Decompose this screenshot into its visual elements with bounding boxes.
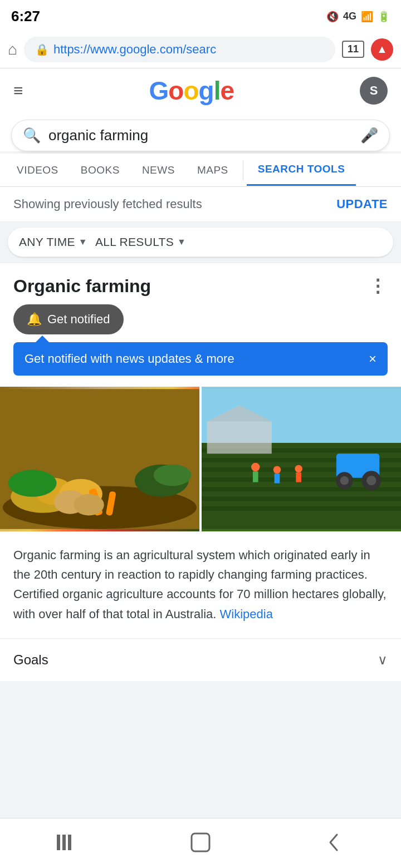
signal-icon: 📶 — [361, 11, 373, 23]
allresults-label: ALL RESULTS — [95, 235, 174, 249]
allresults-arrow: ▼ — [177, 237, 186, 247]
anytime-arrow: ▼ — [79, 237, 87, 247]
nav-home-button[interactable] — [184, 830, 217, 855]
status-icons: 🔇 4G 📶 🔋 — [326, 11, 390, 23]
avatar[interactable]: S — [360, 77, 388, 105]
wikipedia-link[interactable]: Wikipedia — [220, 607, 273, 621]
svg-rect-35 — [296, 472, 301, 482]
organic-vegetables-image[interactable] — [0, 387, 199, 531]
svg-point-13 — [74, 494, 104, 516]
anytime-label: ANY TIME — [19, 235, 75, 249]
microphone-icon[interactable]: 🎤 — [360, 127, 378, 144]
search-icon: 🔍 — [23, 127, 41, 144]
svg-rect-38 — [68, 835, 71, 850]
svg-rect-31 — [253, 471, 258, 482]
panel-title: Organic farming — [13, 276, 151, 297]
goals-row[interactable]: Goals ∨ — [0, 638, 401, 681]
tooltip-text: Get notified with news updates & more — [25, 352, 234, 366]
status-bar: 6:27 🔇 4G 📶 🔋 — [0, 0, 401, 31]
anytime-filter[interactable]: ANY TIME ▼ — [19, 235, 87, 249]
svg-rect-33 — [275, 474, 280, 483]
svg-rect-39 — [192, 834, 209, 851]
bottom-nav — [0, 818, 401, 868]
mute-icon: 🔇 — [326, 11, 339, 23]
svg-point-34 — [295, 465, 302, 473]
svg-point-32 — [273, 466, 281, 474]
svg-rect-23 — [207, 421, 272, 453]
svg-point-11 — [154, 465, 192, 486]
images-grid — [0, 387, 401, 531]
get-notified-button[interactable]: 🔔 Get notified — [13, 304, 124, 334]
hamburger-menu[interactable]: ≡ — [13, 82, 23, 99]
google-logo: Google — [149, 76, 234, 106]
svg-point-30 — [251, 463, 260, 471]
organic-farm-field-image[interactable] — [202, 387, 401, 531]
tab-count[interactable]: 11 — [342, 41, 364, 58]
filter-bar: ANY TIME ▼ ALL RESULTS ▼ — [8, 228, 393, 257]
tab-search-tools[interactable]: SEARCH TOOLS — [247, 154, 356, 186]
browser-notification-icon[interactable]: ▲ — [371, 38, 393, 61]
get-notified-label: Get notified — [47, 312, 110, 327]
tab-divider — [243, 160, 243, 180]
goals-label: Goals — [13, 652, 48, 668]
panel-more-icon[interactable]: ⋮ — [369, 275, 388, 297]
svg-rect-22 — [202, 506, 401, 511]
nav-back-button[interactable] — [317, 830, 351, 855]
google-header: ≡ Google S — [0, 68, 401, 113]
notification-tooltip: Get notified with news updates & more × — [13, 342, 388, 376]
battery-icon: 🔋 — [378, 11, 390, 23]
status-time: 6:27 — [11, 8, 40, 25]
search-tabs: VIDEOS BOOKS NEWS MAPS SEARCH TOOLS — [0, 154, 401, 187]
url-text: https://www.google.com/searc — [53, 42, 216, 57]
tab-videos[interactable]: VIDEOS — [6, 155, 70, 185]
browser-bar: ⌂ 🔒 https://www.google.com/searc 11 ▲ — [0, 31, 401, 68]
nav-menu-button[interactable] — [50, 830, 84, 855]
home-icon[interactable]: ⌂ — [8, 41, 17, 58]
description-box: Organic farming is an agricultural syste… — [0, 531, 401, 637]
search-query[interactable]: organic farming — [48, 127, 353, 144]
description-text: Organic farming is an agricultural syste… — [13, 545, 388, 624]
bell-icon: 🔔 — [27, 312, 42, 327]
search-container: 🔍 organic farming 🎤 — [0, 113, 401, 151]
network-icon: 4G — [343, 11, 356, 22]
tab-maps[interactable]: MAPS — [186, 155, 239, 185]
svg-point-29 — [366, 476, 376, 485]
svg-rect-21 — [202, 497, 401, 501]
knowledge-panel: Organic farming ⋮ 🔔 Get notified Get not… — [0, 263, 401, 681]
goals-chevron-icon: ∨ — [378, 652, 388, 668]
update-message: Showing previously fetched results — [13, 197, 202, 211]
tab-news[interactable]: NEWS — [131, 155, 186, 185]
lock-icon: 🔒 — [35, 43, 49, 56]
svg-point-9 — [8, 470, 57, 496]
search-box[interactable]: 🔍 organic farming 🎤 — [11, 120, 390, 151]
panel-header: Organic farming ⋮ — [0, 263, 401, 304]
svg-rect-37 — [62, 835, 66, 850]
tab-books[interactable]: BOOKS — [70, 155, 131, 185]
svg-rect-36 — [57, 835, 60, 850]
url-bar[interactable]: 🔒 https://www.google.com/searc — [24, 37, 335, 62]
update-button[interactable]: UPDATE — [336, 197, 388, 211]
tooltip-close-button[interactable]: × — [369, 351, 376, 367]
svg-point-28 — [340, 476, 349, 485]
update-bar: Showing previously fetched results UPDAT… — [0, 187, 401, 222]
allresults-filter[interactable]: ALL RESULTS ▼ — [95, 235, 186, 249]
